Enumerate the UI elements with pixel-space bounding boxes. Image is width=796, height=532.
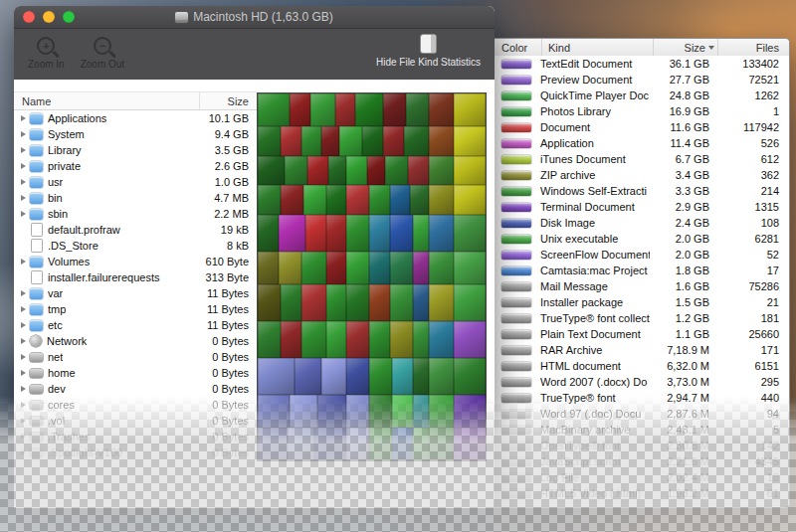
fullscreen-button[interactable] <box>63 11 75 23</box>
stats-row[interactable]: Word 2007 (.docx) Do3,73.0 M295 <box>495 374 789 390</box>
disclosure-triangle-icon[interactable] <box>21 434 26 440</box>
stats-row[interactable]: HTML5 Video (.html)1,98.2 M61 <box>495 485 789 501</box>
file-row[interactable]: bin4.7 MB <box>14 190 257 206</box>
treemap-cell[interactable] <box>321 126 339 156</box>
treemap-cell[interactable] <box>301 126 322 156</box>
treemap-cell[interactable] <box>369 215 390 252</box>
treemap-cell[interactable] <box>281 185 303 215</box>
stats-row[interactable]: OpenType® font2,30.8 M142 <box>495 438 789 453</box>
stats-row[interactable]: Disk Image2.4 GB108 <box>495 215 789 231</box>
treemap-cell[interactable] <box>326 185 347 215</box>
file-row[interactable]: .DS_Store8 kB <box>14 238 257 254</box>
disclosure-triangle-icon[interactable] <box>21 386 26 392</box>
hide-file-kind-statistics-button[interactable]: Hide File Kind Statistics <box>376 35 481 68</box>
treemap-cell[interactable] <box>454 284 486 321</box>
stats-row[interactable]: Terminal Document2.9 GB1315 <box>495 199 789 215</box>
treemap-cell[interactable] <box>454 126 486 156</box>
treemap-cell[interactable] <box>429 215 454 252</box>
treemap-cell[interactable] <box>281 126 301 156</box>
treemap-cell[interactable] <box>346 395 369 428</box>
treemap-cell[interactable] <box>317 395 347 428</box>
stats-row[interactable]: Plain Text Document1.1 GB25660 <box>495 326 789 342</box>
file-row[interactable]: var11 Bytes <box>14 285 257 301</box>
stats-row[interactable]: Installer package1.5 GB21 <box>495 294 789 310</box>
treemap-cell[interactable] <box>390 185 411 215</box>
file-row[interactable]: Network0 Bytes <box>14 333 257 349</box>
close-button[interactable] <box>23 11 35 23</box>
treemap-cell[interactable] <box>429 321 454 358</box>
treemap-cell[interactable] <box>362 126 383 156</box>
file-row[interactable]: private2.6 GB <box>14 158 257 174</box>
treemap-cell[interactable] <box>305 215 326 252</box>
file-row[interactable]: cores0 Bytes <box>14 397 257 413</box>
treemap-cell[interactable] <box>326 215 347 252</box>
treemap-cell[interactable] <box>326 252 347 284</box>
treemap-cell[interactable] <box>339 126 362 156</box>
treemap-cell[interactable] <box>310 93 335 126</box>
file-row[interactable]: usr1.0 GB <box>14 174 257 190</box>
treemap-cell[interactable] <box>258 215 279 252</box>
treemap-cell[interactable] <box>383 126 404 156</box>
treemap-cell[interactable] <box>367 156 385 186</box>
stats-row[interactable]: Application11.4 GB526 <box>495 135 789 151</box>
treemap-cell[interactable] <box>413 215 429 252</box>
file-row[interactable]: dev0 Bytes <box>14 381 257 397</box>
disclosure-triangle-icon[interactable] <box>21 370 26 376</box>
treemap-cell[interactable] <box>290 93 310 126</box>
treemap-cell[interactable] <box>413 395 429 428</box>
stats-row[interactable]: Log File2,02.4 M18 <box>495 469 789 485</box>
disclosure-triangle-icon[interactable] <box>21 259 26 265</box>
column-header-size[interactable]: Size <box>653 39 717 56</box>
treemap-cell[interactable] <box>429 126 454 156</box>
treemap-cell[interactable] <box>429 395 454 428</box>
treemap-cell[interactable] <box>390 252 413 284</box>
treemap-cell[interactable] <box>454 93 486 126</box>
stats-row[interactable]: Preview Document27.7 GB72521 <box>495 72 789 88</box>
treemap-cell[interactable] <box>326 284 347 321</box>
treemap-cell[interactable] <box>314 428 346 460</box>
disclosure-triangle-icon[interactable] <box>21 115 26 121</box>
disclosure-triangle-icon[interactable] <box>21 147 26 153</box>
treemap-cell[interactable] <box>429 358 454 395</box>
treemap-cell[interactable] <box>454 156 486 186</box>
disclosure-triangle-icon[interactable] <box>21 211 26 217</box>
stats-row[interactable]: iTunes Document6.7 GB612 <box>495 151 789 167</box>
treemap-cell[interactable] <box>369 185 390 215</box>
treemap-cell[interactable] <box>346 284 369 321</box>
treemap-cell[interactable] <box>413 284 429 321</box>
treemap-cell[interactable] <box>429 284 454 321</box>
stats-row[interactable]: RAR Archive7,18.9 M171 <box>495 342 789 358</box>
treemap-cell[interactable] <box>258 358 295 395</box>
treemap-cell[interactable] <box>288 428 314 460</box>
treemap-cell[interactable] <box>413 252 429 284</box>
treemap-cell[interactable] <box>301 252 326 284</box>
file-row[interactable]: tmp11 Bytes <box>14 301 257 317</box>
treemap-cell[interactable] <box>355 93 382 126</box>
treemap-cell[interactable] <box>307 156 328 186</box>
treemap-cell[interactable] <box>301 321 326 358</box>
treemap-cell[interactable] <box>369 252 390 284</box>
treemap-cell[interactable] <box>258 156 285 186</box>
treemap-cell[interactable] <box>383 93 406 126</box>
treemap-cell[interactable] <box>279 252 301 284</box>
zoom-out-button[interactable]: − Zoom Out <box>81 35 124 70</box>
file-row[interactable]: .Trashes0 Bytes <box>14 429 257 444</box>
file-row[interactable]: Library3.5 GB <box>14 142 257 158</box>
treemap-cell[interactable] <box>301 284 326 321</box>
treemap-cell[interactable] <box>454 252 486 284</box>
treemap-cell[interactable] <box>258 321 281 358</box>
file-row[interactable]: Applications10.1 GB <box>14 110 257 126</box>
treemap-cell[interactable] <box>258 126 281 156</box>
treemap-cell[interactable] <box>390 215 413 252</box>
treemap-cell[interactable] <box>429 428 454 460</box>
treemap-cell[interactable] <box>369 358 392 395</box>
treemap-cell[interactable] <box>346 428 369 460</box>
stats-row[interactable]: Camtasia:mac Project1.8 GB17 <box>495 263 789 278</box>
stats-row[interactable]: Document11.6 GB117942 <box>495 119 789 135</box>
stats-row[interactable]: TextEdit Document36.1 GB133402 <box>495 56 789 72</box>
treemap-cell[interactable] <box>346 185 369 215</box>
treemap-cell[interactable] <box>258 284 281 321</box>
treemap-cell[interactable] <box>321 358 346 395</box>
treemap-cell[interactable] <box>454 321 486 358</box>
treemap-cell[interactable] <box>390 284 413 321</box>
